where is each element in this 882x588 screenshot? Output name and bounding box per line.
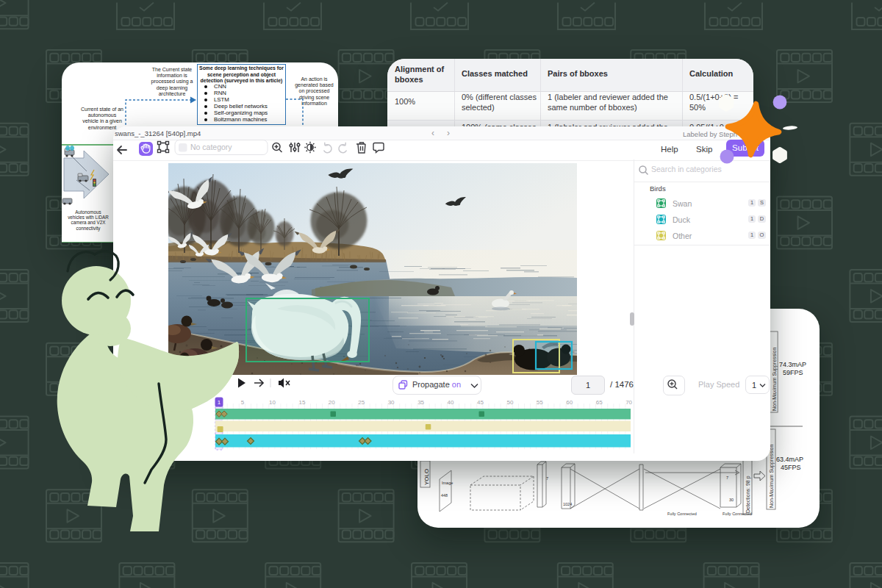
- svg-text:7: 7: [546, 476, 548, 481]
- svg-text:Fully Connected: Fully Connected: [723, 512, 752, 516]
- svg-text:YOLO: YOLO: [423, 469, 430, 485]
- svg-text:60: 60: [566, 399, 573, 406]
- svg-text:Detections: 98 p: Detections: 98 p: [745, 476, 751, 513]
- svg-text:No category: No category: [190, 143, 232, 151]
- svg-text:45FPS: 45FPS: [781, 464, 801, 471]
- svg-text:30: 30: [388, 399, 395, 406]
- svg-text:65: 65: [596, 399, 603, 406]
- svg-text:Image: Image: [442, 481, 453, 485]
- svg-text:448: 448: [441, 493, 448, 498]
- svg-text:1024: 1024: [563, 502, 572, 506]
- svg-text:25: 25: [358, 399, 365, 406]
- svg-text:Fully Connected: Fully Connected: [667, 512, 697, 516]
- svg-text:74.3mAP: 74.3mAP: [779, 361, 806, 368]
- svg-text:35: 35: [417, 399, 424, 406]
- svg-text:30: 30: [729, 498, 734, 502]
- svg-text:70: 70: [625, 399, 632, 406]
- svg-text:55: 55: [537, 399, 543, 406]
- svg-text:Non-Maximum Suppression: Non-Maximum Suppression: [772, 348, 778, 411]
- svg-text:63.4mAP: 63.4mAP: [776, 456, 803, 463]
- svg-text:7: 7: [726, 476, 728, 480]
- svg-text:50: 50: [506, 399, 513, 406]
- svg-text:Non-Maximum Suppression: Non-Maximum Suppression: [769, 445, 775, 508]
- svg-text:59FPS: 59FPS: [783, 369, 803, 376]
- svg-text:40: 40: [448, 399, 454, 406]
- svg-text:45: 45: [477, 399, 484, 406]
